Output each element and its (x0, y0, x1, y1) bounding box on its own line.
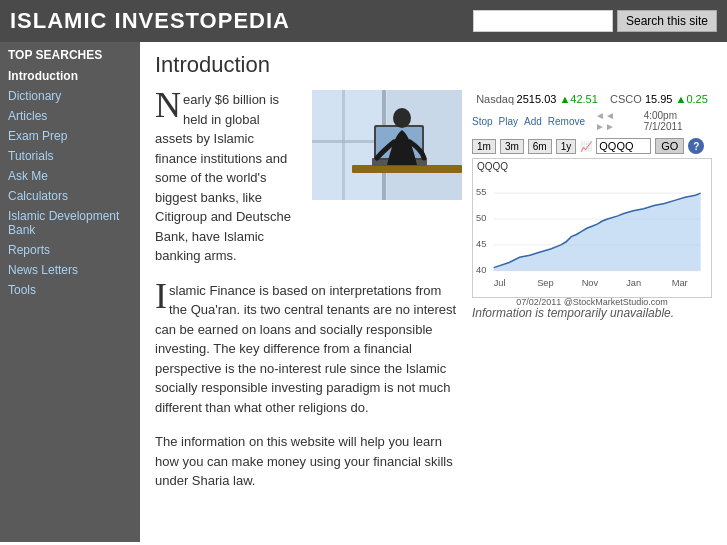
csco-label: CSCO (610, 93, 642, 105)
stock-ticker-bar: Nasdaq 2515.03 ▲42.51 CSCO 15.95 ▲0.25 (472, 90, 712, 108)
article-body: Nearly $6 billion is held in global asse… (155, 90, 462, 491)
svg-text:Mar: Mar (672, 278, 688, 288)
intro-image (312, 90, 462, 200)
go-button[interactable]: GO (655, 138, 684, 154)
svg-rect-3 (342, 90, 345, 200)
svg-text:55: 55 (476, 187, 486, 197)
site-title: ISLAMIC INVESTOPEDIA (10, 8, 290, 34)
sidebar-item-askme[interactable]: Ask Me (0, 166, 140, 186)
chart-timestamp: 07/02/2011 @StockMarketStudio.com (473, 297, 711, 307)
svg-rect-5 (352, 165, 462, 173)
para2-text: slamic Finance is based on interpretatio… (155, 283, 456, 415)
para3: The information on this website will hel… (155, 432, 462, 491)
sidebar-item-newsletters[interactable]: News Letters (0, 260, 140, 280)
chart-ticker-label: QQQQ (473, 159, 711, 174)
sidebar-item-introduction[interactable]: Introduction (0, 66, 140, 86)
page-layout: TOP SEARCHES Introduction Dictionary Art… (0, 42, 727, 542)
dropcap-2: I (155, 281, 167, 312)
search-button[interactable]: Search this site (617, 10, 717, 32)
stock-chart-area: QQQQ 55 50 45 40 Jul Sep (472, 158, 712, 298)
svg-text:50: 50 (476, 213, 486, 223)
dropcap-1: N (155, 90, 181, 121)
stock-widget-panel: Nasdaq 2515.03 ▲42.51 CSCO 15.95 ▲0.25 S… (472, 90, 712, 491)
stock-play-link[interactable]: Play (499, 116, 518, 127)
page-title: Introduction (155, 52, 712, 78)
sidebar-item-examprep[interactable]: Exam Prep (0, 126, 140, 146)
svg-marker-23 (494, 193, 701, 271)
svg-text:Sep: Sep (537, 278, 554, 288)
nav-arrows: ◄◄ ►► (595, 110, 634, 132)
unavailable-text: Information is temporarily unavailable. (472, 306, 712, 320)
svg-text:Jul: Jul (494, 278, 506, 288)
chart-icon: 📈 (580, 141, 592, 152)
stock-controls: 1m 3m 6m 1y 📈 GO ? (472, 138, 712, 154)
nasdaq-value: 2515.03 (517, 93, 557, 105)
svg-text:Nov: Nov (582, 278, 599, 288)
svg-text:Jan: Jan (626, 278, 641, 288)
search-input[interactable] (473, 10, 613, 32)
sidebar-item-calculators[interactable]: Calculators (0, 186, 140, 206)
nasdaq-label: Nasdaq (476, 93, 514, 105)
stock-time: 4:00pm 7/1/2011 (644, 110, 712, 132)
svg-text:45: 45 (476, 239, 486, 249)
main-content: Introduction Nearly $6 billion is held i… (140, 42, 727, 542)
stock-remove-link[interactable]: Remove (548, 116, 585, 127)
sidebar-item-articles[interactable]: Articles (0, 106, 140, 126)
header: ISLAMIC INVESTOPEDIA Search this site (0, 0, 727, 42)
intro-text: Nearly $6 billion is held in global asse… (155, 90, 297, 266)
stock-chart: 55 50 45 40 Jul Sep Nov Jan (473, 174, 711, 294)
time-1y[interactable]: 1y (556, 139, 577, 154)
search-area: Search this site (473, 10, 717, 32)
sidebar: TOP SEARCHES Introduction Dictionary Art… (0, 42, 140, 542)
time-1m[interactable]: 1m (472, 139, 496, 154)
time-6m[interactable]: 6m (528, 139, 552, 154)
sidebar-item-reports[interactable]: Reports (0, 240, 140, 260)
stock-stop-link[interactable]: Stop (472, 116, 493, 127)
csco-change: ▲0.25 (676, 93, 708, 105)
nasdaq-change: ▲42.51 (559, 93, 597, 105)
intro-section: Nearly $6 billion is held in global asse… (155, 90, 462, 266)
svg-point-9 (393, 108, 411, 128)
csco-value: 15.95 (645, 93, 673, 105)
time-3m[interactable]: 3m (500, 139, 524, 154)
para2: Islamic Finance is based on interpretati… (155, 281, 462, 418)
sidebar-item-tutorials[interactable]: Tutorials (0, 146, 140, 166)
ticker-input[interactable] (596, 138, 651, 154)
sidebar-item-tools[interactable]: Tools (0, 280, 140, 300)
main-content-area: Nearly $6 billion is held in global asse… (155, 90, 712, 491)
sidebar-item-islamicdevbank[interactable]: Islamic Development Bank (0, 206, 140, 240)
sidebar-section-header: TOP SEARCHES (0, 42, 140, 66)
stock-link-bar: Stop Play Add Remove ◄◄ ►► 4:00pm 7/1/20… (472, 108, 712, 134)
stock-add-link[interactable]: Add (524, 116, 542, 127)
sidebar-item-dictionary[interactable]: Dictionary (0, 86, 140, 106)
help-button[interactable]: ? (688, 138, 704, 154)
svg-text:40: 40 (476, 265, 486, 275)
